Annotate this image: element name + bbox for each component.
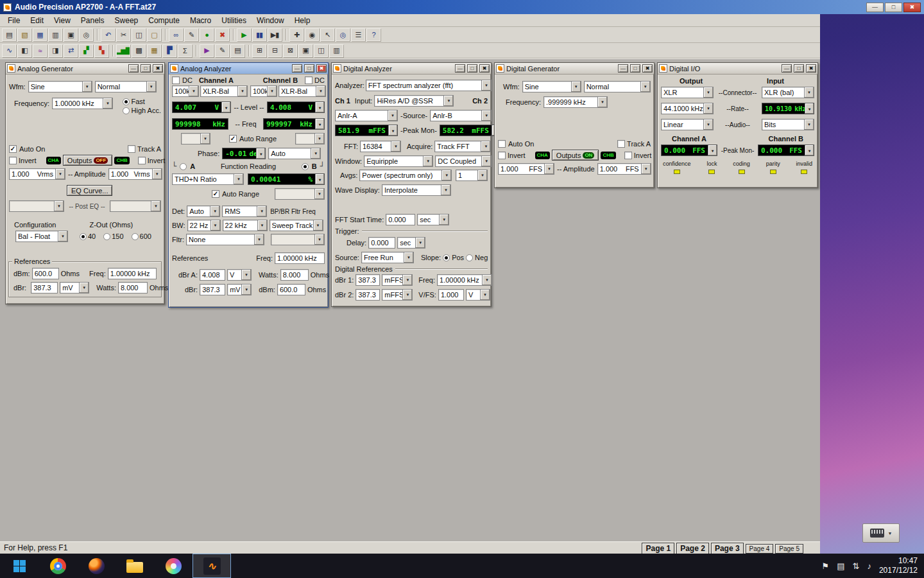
chevron-down-icon[interactable] [315,119,324,129]
dbra-field[interactable]: 4.008 [200,269,225,281]
dbr-unit-combo[interactable]: mV [60,282,89,293]
invert-a-checkbox[interactable] [498,152,506,159]
panel-minimize-button[interactable]: — [618,64,628,73]
menu-sweep[interactable]: Sweep [110,15,144,26]
chevron-down-icon[interactable] [402,290,412,300]
chevron-down-icon[interactable] [267,86,277,96]
panel-analog-generator-icon[interactable]: ∿ [2,44,16,57]
connector-a-combo[interactable]: XLR-Bal [200,85,248,97]
chevron-down-icon[interactable] [805,145,814,155]
filter-2-combo[interactable] [271,234,325,245]
source-a-combo[interactable]: Anlr-A [335,110,398,121]
analog-generator-titlebar[interactable]: Analog Generator — □ ✖ [6,63,164,74]
log-icon[interactable]: ▤ [230,44,244,57]
chevron-down-icon[interactable] [641,164,651,174]
amplitude-a-combo[interactable]: 1.000FFS [498,163,554,175]
wave-display-combo[interactable]: Interpolate [382,184,451,196]
tray-network-icon[interactable]: ⇅ [853,561,860,571]
chevron-down-icon[interactable] [439,215,449,225]
monitor-icon[interactable]: ◉ [305,28,319,41]
phase-display[interactable]: -0.01deg [222,148,266,159]
chevron-down-icon[interactable] [804,87,814,98]
chevron-down-icon[interactable] [640,82,650,92]
pause-sweep-icon[interactable]: ▮▮ [252,28,266,41]
panel-close-button[interactable]: ✖ [806,64,816,73]
rerun-sweep-icon[interactable]: ▶▮ [268,28,282,41]
minimize-button[interactable]: — [866,3,884,12]
tray-volume-icon[interactable]: ♪ [867,561,871,571]
chevron-down-icon[interactable] [254,234,264,245]
dbra-unit-combo[interactable]: V [227,269,252,281]
open-test-icon[interactable]: ▧ [17,28,31,41]
chrome-icon[interactable] [38,554,77,578]
panel-status-bits-icon[interactable]: ▩ [132,44,146,57]
auto-on-checkbox[interactable] [9,145,17,153]
bw-track-combo[interactable]: Sweep Track [270,220,323,231]
chevron-down-icon[interactable] [480,290,490,300]
chevron-down-icon[interactable] [210,220,220,231]
eq-curve-button[interactable]: EQ Curve... [67,185,112,196]
chevron-down-icon[interactable] [481,156,491,166]
acquire-combo[interactable]: Track FFT [434,141,491,152]
outputs-button[interactable]: Outputs OFF [63,155,113,166]
frequency-combo[interactable]: 1.00000 kHz [52,98,113,109]
ref-freq-field[interactable]: 1.00000 kHz [108,268,157,279]
pan-tool-icon[interactable]: ✚ [289,28,304,41]
run-macro-2-icon[interactable]: ▶ [200,44,214,57]
chevron-down-icon[interactable] [391,141,400,152]
input-audio-combo[interactable]: Bits [762,119,814,130]
panel-minimize-button[interactable]: — [455,64,465,73]
peak-mon-b-display[interactable]: 0.000FFS [758,144,814,156]
chevron-down-icon[interactable] [544,164,554,174]
delay-unit-combo[interactable]: sec [397,237,425,249]
output-rate-combo[interactable]: 44.1000 kHz [661,103,714,114]
taskbar-clock[interactable]: 10:47 2017/12/12 [879,556,918,575]
waveform-combo[interactable]: Sine [28,81,92,92]
panel-digital-analyzer[interactable]: Digital Analyzer — □ ✖ Analyzer: FFT spe… [331,62,492,307]
chevron-down-icon[interactable] [221,102,230,112]
analog-analyzer-titlebar[interactable]: Analog Analyzer — □ ✖ [169,63,328,74]
dbr2-unit-combo[interactable]: mFFS [382,289,413,301]
page-tab-4[interactable]: Page 4 [746,544,774,554]
peak-mon-a-display[interactable]: 581.9mFFS [335,125,398,136]
dbr-unit-combo[interactable]: mV [227,284,252,295]
start-button[interactable] [0,554,38,578]
dbm-field[interactable]: 600.0 [32,268,59,279]
panel-close-button[interactable]: ✖ [153,64,163,73]
post-eq-a-combo[interactable] [9,200,64,212]
view-grid-1-icon[interactable]: ⊞ [252,44,266,57]
waveform-combo[interactable]: Sine [522,81,581,92]
chevron-down-icon[interactable] [804,119,814,130]
chevron-down-icon[interactable] [210,206,219,216]
chevron-down-icon[interactable] [703,103,713,114]
dbm-field[interactable]: 600.0 [277,284,305,295]
chevron-down-icon[interactable] [314,189,324,199]
function-b-radio[interactable] [302,163,309,170]
phase-mode-combo[interactable]: Auto [268,148,321,159]
panel-graph-icon[interactable]: ▛ [162,44,176,57]
help-icon[interactable]: ? [366,28,381,41]
print-icon[interactable]: ▣ [64,28,78,41]
chevron-down-icon[interactable] [423,156,432,166]
watts-field[interactable]: 8.000 [118,282,148,293]
copy-icon[interactable]: ◫ [132,28,146,41]
chevron-down-icon[interactable] [257,206,266,216]
waveform-mode-combo[interactable]: Normal [95,81,157,92]
filter-combo[interactable]: None [186,234,264,245]
chevron-down-icon[interactable] [189,86,198,96]
digital-io-titlebar[interactable]: Digital I/O — □ ✖ [658,63,817,74]
menu-panels[interactable]: Panels [76,15,110,26]
dbr-field[interactable]: 387.3 [200,284,225,295]
range-b-combo[interactable] [295,133,325,144]
digital-analyzer-titlebar[interactable]: Digital Analyzer — □ ✖ [332,63,491,74]
dbr-field[interactable]: 387.3 [31,282,58,293]
chevron-down-icon[interactable] [402,275,412,285]
freq-a-display[interactable]: 999998kHz [172,118,228,130]
window-combo[interactable]: Equiripple [364,155,433,167]
dc-b-checkbox[interactable] [305,76,312,84]
impedance-b-combo[interactable]: 100k [250,85,277,97]
chevron-down-icon[interactable] [597,97,607,107]
panel-settling-icon[interactable]: ▚ [94,44,108,57]
view-grid-3-icon[interactable]: ⊠ [283,44,297,57]
chevron-down-icon[interactable] [311,148,320,159]
